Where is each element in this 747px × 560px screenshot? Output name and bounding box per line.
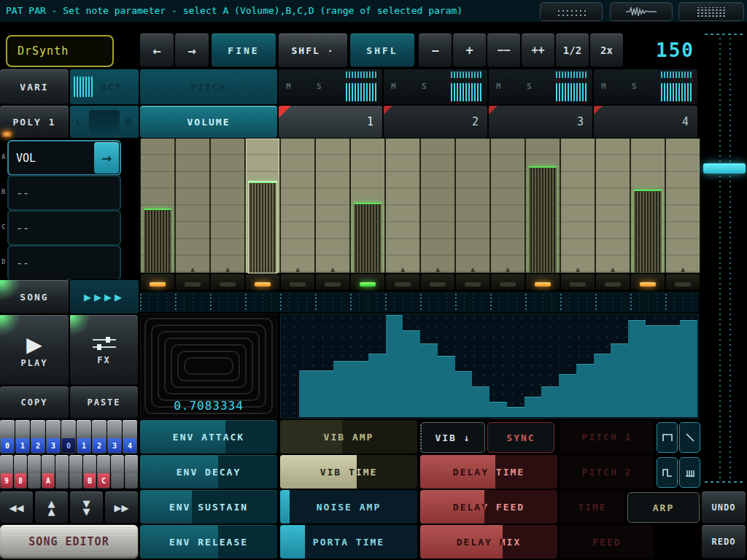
keys-view-button[interactable] — [678, 2, 744, 21]
step-cell-15[interactable] — [631, 274, 665, 290]
pad-key-0[interactable]: 0 — [61, 420, 76, 454]
step-cell-10[interactable] — [456, 274, 489, 290]
pad-key-9[interactable]: 9 — [0, 455, 13, 489]
pulse-wave-button[interactable] — [657, 457, 678, 488]
step-cell-14[interactable] — [596, 274, 630, 290]
nav-up-button[interactable]: ▲ ▲ — [35, 491, 68, 524]
volume-bar-step-12[interactable] — [529, 166, 557, 273]
grid-step-3[interactable]: ▲ — [211, 139, 244, 273]
step-cell-9[interactable] — [421, 274, 454, 290]
grid-step-11[interactable]: ▲ — [491, 139, 525, 273]
mute-button[interactable]: M — [496, 82, 501, 91]
pad-key[interactable] — [69, 455, 82, 489]
tempo-display[interactable]: 150 — [624, 34, 700, 67]
song-editor-button[interactable]: SONG EDITOR — [0, 525, 138, 559]
noise-amp-slider[interactable]: NOISE AMPNOISE AMP — [280, 490, 417, 524]
time-slider-disabled[interactable]: TIME — [560, 490, 624, 524]
feed-slider-disabled[interactable]: FEED — [560, 525, 654, 559]
step-cell-3[interactable] — [211, 274, 244, 290]
pad-key[interactable] — [55, 455, 69, 489]
grid-step-9[interactable]: ▲ — [421, 139, 454, 273]
volume-bar-step-1[interactable] — [144, 209, 171, 273]
step-cell-6[interactable] — [316, 274, 349, 290]
grid-step-5[interactable]: ▲ — [281, 139, 314, 273]
double-tempo-button[interactable]: 2x — [590, 34, 623, 67]
pads-view-button[interactable] — [540, 2, 603, 21]
volume-bar-step-15[interactable] — [634, 190, 662, 273]
solo-button[interactable]: S — [527, 82, 532, 91]
song-position-cell[interactable]: ▶▶▶▶ — [70, 280, 139, 314]
grid-step-14[interactable]: ▲ — [596, 139, 630, 273]
nav-left-button[interactable]: ◀◀ — [0, 491, 33, 524]
undo-button[interactable]: UNDO — [702, 491, 746, 524]
paste-button[interactable]: PASTE — [70, 386, 138, 419]
pad-key-C[interactable]: C — [97, 455, 110, 489]
track-tab-1[interactable]: 1 — [279, 106, 382, 138]
next-button[interactable]: → — [175, 34, 209, 67]
pad-key[interactable] — [125, 455, 138, 489]
increase-button[interactable]: + — [453, 34, 486, 67]
scroll-track-dots[interactable] — [729, 38, 731, 480]
octave-cell[interactable]: OCT — [70, 69, 139, 104]
instrument-button[interactable]: DrSynth — [6, 35, 114, 67]
scroll-handle[interactable] — [703, 163, 746, 174]
step-cell-12[interactable] — [526, 274, 560, 290]
env-release-slider[interactable]: ENV RELEASEENV RELEASE — [140, 525, 277, 559]
step-cell-11[interactable] — [491, 274, 525, 290]
scroll-track-dots[interactable] — [719, 38, 721, 480]
step-grid[interactable]: ▲▲▲▲▲▲▲▲▲▲▲▲▲▲▲▲ — [140, 139, 700, 273]
track-tab-3[interactable]: 3 — [489, 106, 592, 138]
increase-more-button[interactable]: ++ — [522, 34, 554, 67]
grid-step-8[interactable]: ▲ — [386, 139, 419, 273]
shuffle-menu-button[interactable]: SHFL · — [279, 34, 347, 67]
pad-key-1[interactable]: 1 — [15, 420, 30, 454]
pad-key-4[interactable]: 4 — [123, 420, 137, 454]
play-button[interactable]: ▶ PLAY — [0, 315, 69, 385]
wave-view-button[interactable] — [610, 2, 673, 21]
vari-button[interactable]: VARI — [0, 69, 69, 104]
pad-key[interactable] — [111, 455, 124, 489]
grid-step-6[interactable]: ▲ — [316, 139, 349, 273]
pad-key[interactable] — [28, 455, 41, 489]
song-button[interactable]: SONG — [0, 280, 69, 314]
grid-step-10[interactable]: ▲ — [456, 139, 489, 273]
pitch2-slider-disabled[interactable]: PITCH 2 — [560, 455, 654, 489]
solo-button[interactable]: S — [317, 82, 322, 91]
step-cell-5[interactable] — [281, 274, 314, 290]
pad-key-A[interactable]: A — [42, 455, 55, 489]
slot-d-box[interactable]: -- — [7, 245, 121, 281]
vib-time-slider[interactable]: VIB TIMEVIB TIME — [280, 455, 417, 489]
pad-key-3[interactable]: 3 — [46, 420, 61, 454]
track-tab-2[interactable]: 2 — [384, 106, 487, 138]
step-cell-8[interactable] — [386, 274, 419, 290]
pad-key-3[interactable]: 3 — [107, 420, 122, 454]
pad-key-2[interactable]: 2 — [31, 420, 45, 454]
delay-feed-slider[interactable]: DELAY FEEDDELAY FEED — [420, 490, 557, 524]
porta-time-slider[interactable]: PORTA TIMEPORTA TIME — [280, 525, 417, 559]
redo-button[interactable]: REDO — [702, 525, 746, 559]
nav-right-button[interactable]: ▶▶ — [105, 491, 138, 524]
slot-a-assign-button[interactable]: → — [94, 142, 119, 174]
mute-button[interactable]: M — [391, 82, 396, 91]
pad-key-B[interactable]: B — [83, 455, 96, 489]
vib-amp-slider[interactable]: VIB AMPVIB AMP — [280, 420, 417, 454]
saw-down-button[interactable] — [679, 422, 700, 453]
pan-cell[interactable]: L R — [70, 106, 139, 138]
square-wave-button[interactable] — [657, 422, 678, 453]
decrease-button[interactable]: − — [419, 34, 452, 67]
mute-button[interactable]: M — [286, 82, 291, 91]
shuffle-button[interactable]: SHFL — [350, 34, 414, 67]
step-cell-1[interactable] — [141, 274, 174, 290]
prev-button[interactable]: ← — [140, 34, 174, 67]
arp-button[interactable]: ARP — [627, 492, 700, 523]
comb-wave-button[interactable] — [679, 457, 700, 488]
volume-bar-step-4[interactable] — [249, 182, 276, 273]
pitch-tab[interactable]: PITCH — [140, 69, 277, 104]
slot-b-box[interactable]: -- — [7, 175, 121, 211]
timeline-ruler[interactable] — [140, 292, 699, 312]
volume-bar-step-7[interactable] — [354, 203, 382, 273]
step-cell-13[interactable] — [561, 274, 595, 290]
slot-a-box[interactable]: VOL → — [7, 140, 121, 176]
env-attack-slider[interactable]: ENV ATTACKENV ATTACK — [140, 420, 277, 454]
grid-step-13[interactable]: ▲ — [561, 139, 595, 273]
